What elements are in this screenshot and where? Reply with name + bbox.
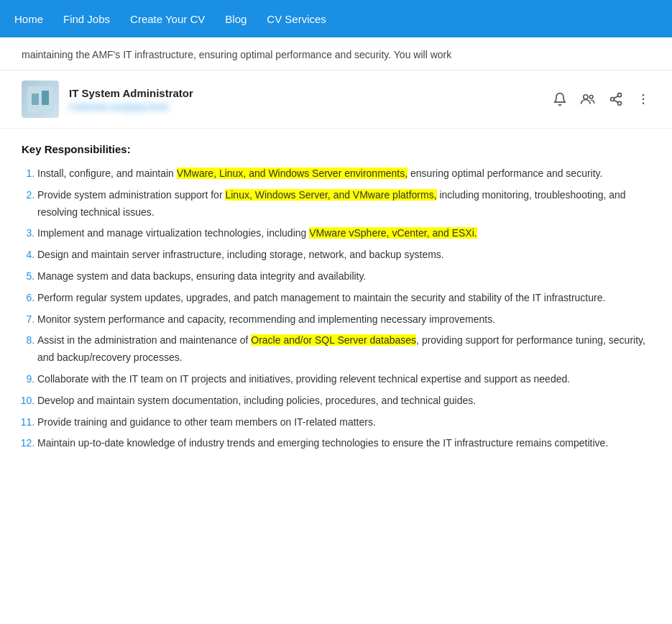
profile-title: IT System Administrator xyxy=(69,87,543,99)
list-item: Provide system administration support fo… xyxy=(37,187,650,221)
svg-line-8 xyxy=(614,100,618,102)
nav-find-jobs[interactable]: Find Jobs xyxy=(63,13,110,25)
svg-point-4 xyxy=(589,96,593,99)
nav-create-cv[interactable]: Create Your CV xyxy=(130,13,205,25)
profile-subtitle: A blurred company fund xyxy=(69,101,543,112)
list-item: Manage system and data backups, ensuring… xyxy=(37,268,650,285)
list-item: Assist in the administration and mainten… xyxy=(37,332,650,367)
svg-point-3 xyxy=(584,95,588,99)
avatar-placeholder xyxy=(22,81,59,118)
list-item: Collaborate with the IT team on IT proje… xyxy=(37,371,650,388)
more-options-icon[interactable] xyxy=(636,92,650,106)
profile-row: IT System Administrator A blurred compan… xyxy=(0,70,672,129)
list-item: Monitor system performance and capacity,… xyxy=(37,311,650,329)
list-item: Design and maintain server infrastructur… xyxy=(37,247,650,264)
svg-point-11 xyxy=(643,98,645,101)
main-nav: Home Find Jobs Create Your CV Blog CV Se… xyxy=(0,0,672,37)
share-icon[interactable] xyxy=(609,92,623,106)
svg-line-9 xyxy=(614,96,618,98)
svg-rect-1 xyxy=(32,93,39,105)
person-icon[interactable] xyxy=(580,92,596,106)
list-item: Implement and manage virtualization tech… xyxy=(37,225,650,242)
profile-info: IT System Administrator A blurred compan… xyxy=(69,87,543,112)
avatar xyxy=(22,81,59,118)
nav-home[interactable]: Home xyxy=(14,13,43,25)
snippet-bar: maintaining the AMF's IT infrastructure,… xyxy=(0,37,672,70)
list-item: Develop and maintain system documentatio… xyxy=(37,393,650,410)
bell-icon[interactable] xyxy=(553,92,567,106)
list-item: Install, configure, and maintain VMware,… xyxy=(37,165,650,183)
list-item: Perform regular system updates, upgrades… xyxy=(37,290,650,307)
snippet-text: maintaining the AMF's IT infrastructure,… xyxy=(22,49,451,60)
profile-action-icons xyxy=(553,92,650,106)
job-content: Key Responsibilities: Install, configure… xyxy=(0,129,672,478)
responsibilities-list: Install, configure, and maintain VMware,… xyxy=(22,165,650,452)
list-item: Provide training and guidance to other t… xyxy=(37,414,650,431)
svg-point-12 xyxy=(643,103,645,105)
nav-blog[interactable]: Blog xyxy=(225,13,247,25)
svg-rect-0 xyxy=(27,86,53,112)
section-heading: Key Responsibilities: xyxy=(22,143,650,155)
svg-rect-2 xyxy=(42,91,49,105)
svg-point-10 xyxy=(643,94,645,96)
list-item: Maintain up-to-date knowledge of industr… xyxy=(37,435,650,452)
content-wrapper: maintaining the AMF's IT infrastructure,… xyxy=(0,37,672,624)
nav-cv-services[interactable]: CV Services xyxy=(267,13,326,25)
